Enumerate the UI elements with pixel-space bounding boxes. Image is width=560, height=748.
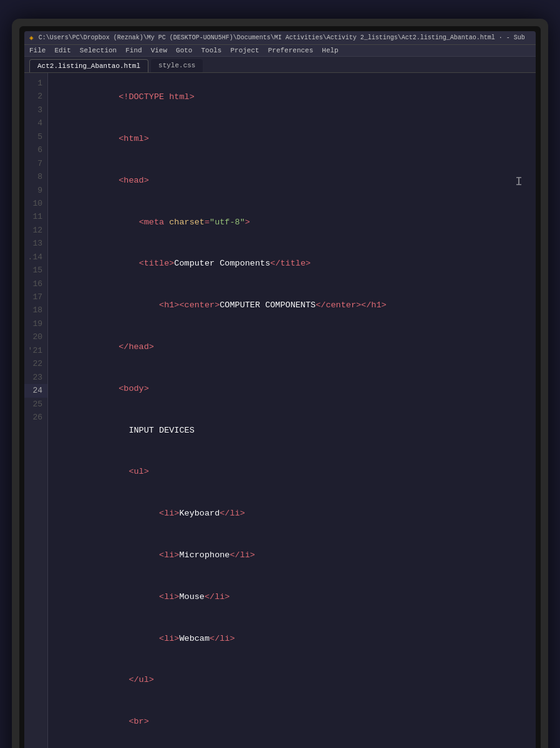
- code-line-14: <li>Webcam</li>: [58, 618, 536, 659]
- ln-22: 22: [24, 357, 47, 370]
- menu-find[interactable]: Find: [125, 47, 142, 54]
- ln-11: 11: [24, 210, 47, 223]
- code-line-1: <!DOCTYPE html>: [58, 77, 536, 118]
- ln-17: 17: [24, 290, 47, 304]
- ln-8: 8: [24, 170, 47, 183]
- menu-tools[interactable]: Tools: [201, 47, 221, 54]
- laptop-outer: ◈ C:\Users\PC\Dropbox (Reznak)\My PC (DE…: [12, 19, 548, 748]
- ln-3: 3: [24, 103, 47, 117]
- code-line-16: <br>: [58, 701, 536, 743]
- menu-bar: File Edit Selection Find View Goto Tools…: [24, 45, 536, 57]
- ln-14: .14: [24, 251, 47, 264]
- code-line-6: <h1><center>COMPUTER COMPONENTS</center>…: [58, 285, 536, 327]
- code-lines[interactable]: <!DOCTYPE html> <html> <head> <meta char…: [48, 73, 536, 748]
- ln-4: 4: [24, 117, 47, 130]
- code-editor[interactable]: 1 2 3 4 5 6 7 8 9 10 11 12 13 .14 15 16: [24, 73, 536, 748]
- tab-css[interactable]: style.css: [151, 59, 203, 72]
- ln-15: 15: [24, 264, 47, 277]
- ln-18: 18: [24, 304, 47, 317]
- sublime-icon: ◈: [29, 34, 34, 42]
- ln-25: 25: [24, 398, 47, 411]
- code-line-8: <body>: [58, 368, 536, 410]
- code-line-13: <li>Mouse</li>: [58, 577, 536, 618]
- screen: ◈ C:\Users\PC\Dropbox (Reznak)\My PC (DE…: [24, 31, 536, 748]
- menu-edit[interactable]: Edit: [54, 47, 70, 54]
- ln-21: '21: [24, 344, 47, 357]
- menu-goto[interactable]: Goto: [176, 47, 192, 54]
- menu-view[interactable]: View: [151, 47, 167, 54]
- ln-12: 12: [24, 224, 47, 237]
- title-bar-path: C:\Users\PC\Dropbox (Reznak)\My PC (DESK…: [39, 34, 525, 41]
- code-line-3: <head>: [58, 160, 536, 202]
- menu-project[interactable]: Project: [230, 47, 259, 54]
- ln-13: 13: [24, 237, 47, 250]
- ln-10: 10: [24, 197, 47, 210]
- ln-16: 16: [24, 277, 47, 290]
- ln-20: 20: [24, 330, 47, 343]
- tab-html[interactable]: Act2.listing_Abantao.html: [29, 59, 148, 72]
- ln-6: 6: [24, 143, 47, 156]
- code-line-15: </ul>: [58, 659, 536, 701]
- code-line-12: <li>Microphone</li>: [58, 535, 536, 577]
- code-line-10: <ul>: [58, 451, 536, 493]
- code-line-9: INPUT DEVICES: [58, 410, 536, 451]
- ln-2: 2: [24, 90, 47, 103]
- ln-7: 7: [24, 157, 47, 170]
- code-line-7: </head>: [58, 327, 536, 368]
- ln-1: 1: [24, 77, 47, 90]
- code-line-2: <html>: [58, 118, 536, 160]
- ln-24: 24: [24, 384, 47, 397]
- line-numbers: 1 2 3 4 5 6 7 8 9 10 11 12 13 .14 15 16: [24, 73, 48, 748]
- ln-19: 19: [24, 317, 47, 330]
- menu-help[interactable]: Help: [322, 47, 338, 54]
- ln-26: 26: [24, 411, 47, 424]
- menu-file[interactable]: File: [29, 47, 46, 54]
- tab-bar: Act2.listing_Abantao.html style.css: [24, 57, 536, 73]
- code-line-4: <meta charset="utf-8">: [58, 201, 536, 243]
- title-bar: ◈ C:\Users\PC\Dropbox (Reznak)\My PC (DE…: [24, 31, 536, 45]
- ln-5: 5: [24, 130, 47, 143]
- menu-selection[interactable]: Selection: [80, 47, 117, 54]
- code-line-5: <title>Computer Components</title>: [58, 243, 536, 285]
- menu-preferences[interactable]: Preferences: [268, 47, 314, 54]
- code-line-11: <li>Keyboard</li>: [58, 493, 536, 535]
- ln-9: 9: [24, 184, 47, 197]
- code-line-17: <br>: [58, 743, 536, 748]
- screen-bezel: ◈ C:\Users\PC\Dropbox (Reznak)\My PC (DE…: [19, 26, 541, 748]
- ln-23: 23: [24, 371, 47, 384]
